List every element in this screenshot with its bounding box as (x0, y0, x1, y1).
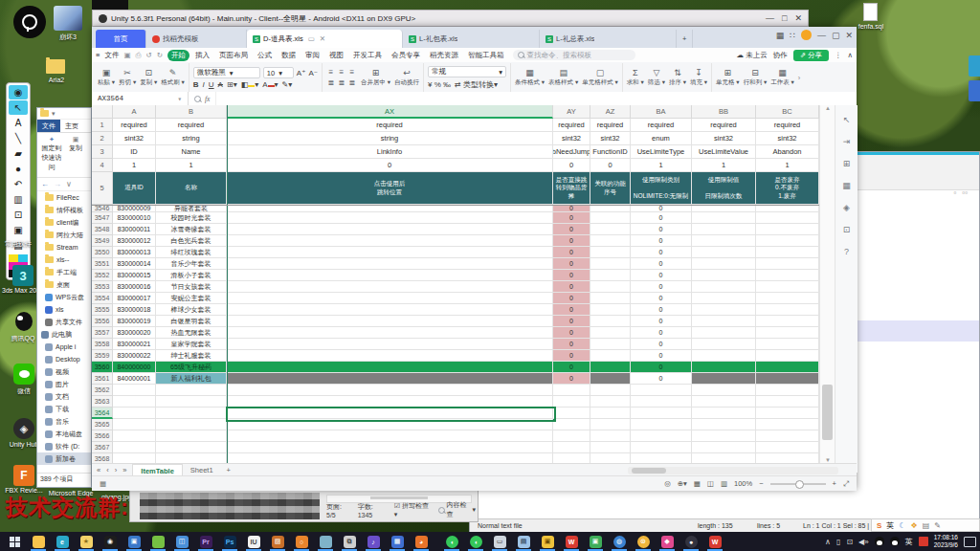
tray-app-icon[interactable] (919, 537, 928, 546)
ime-tools-icon[interactable]: ✎ (934, 521, 941, 530)
save-icon[interactable]: ▣ (123, 51, 130, 59)
apps-grid-icon[interactable]: ∷ (790, 31, 795, 40)
font-size-select[interactable]: 10▾ (263, 67, 294, 78)
next-sheet-icon[interactable]: › (115, 466, 118, 474)
number-format-select[interactable]: 常规▾ (428, 66, 506, 77)
window-mode-icon[interactable]: ▦ (776, 31, 785, 40)
taskbar-coin-app-icon[interactable]: ⊙ (635, 534, 652, 549)
font-name-select[interactable]: 微软雅黑▾ (193, 67, 260, 78)
qq-icon[interactable] (15, 312, 33, 331)
horizontal-scrollbar[interactable] (628, 467, 838, 474)
zoom-level[interactable]: 100% (734, 479, 752, 488)
pc-item-0[interactable]: Apple i (37, 341, 91, 353)
style-单元格样式[interactable]: ▢单元格样式 ▾ (582, 69, 618, 87)
ribbon-tab-审阅[interactable]: 审阅 (301, 50, 323, 61)
screen-tool-icon[interactable]: ⊡ (9, 208, 28, 222)
prev-sheet-icon[interactable]: ‹ (106, 466, 109, 474)
annotation-palette[interactable]: ◉↖A╲▰●↶▥⊡▣▤ (6, 82, 31, 280)
taskbar-unity-icon[interactable]: ◉ (101, 534, 119, 549)
taskbar-star-icon[interactable]: ★ (78, 534, 95, 549)
action-center-icon[interactable] (964, 537, 976, 547)
sidebar-collapse-icon[interactable]: ⊡ (843, 225, 851, 234)
hscroll-thumb[interactable] (632, 468, 666, 474)
eraser-tool-icon[interactable]: ▰ (9, 146, 28, 161)
more-menu-icon[interactable]: ⋮ (835, 51, 842, 59)
fenfa-sql-icon[interactable] (863, 3, 878, 21)
hamburger-icon[interactable]: ≡ (96, 51, 100, 59)
format-paint-icon[interactable]: ✎▾ (282, 80, 293, 89)
vscroll-thumb[interactable] (822, 385, 833, 440)
wps-minimize-button[interactable]: — (817, 31, 826, 40)
pc-item-4[interactable]: 文档 (37, 390, 91, 403)
pc-item-3[interactable]: 图片 (37, 378, 91, 390)
panes-icon[interactable]: ⊞ (843, 159, 851, 168)
sheet-grid[interactable]: ABAXAYAZBABBBC1requiredrequiredrequiredr… (92, 105, 819, 463)
font-color-button[interactable]: A▾ (262, 80, 278, 89)
taskbar-vm-icon[interactable]: ▣ (125, 534, 143, 549)
doc-tab-0[interactable]: 首页 (96, 30, 146, 48)
trash-tool-icon[interactable]: ▥ (9, 192, 28, 207)
print-icon[interactable]: ⎙ (135, 51, 141, 60)
unityhub-icon[interactable]: ◈ (13, 418, 34, 439)
tab-pin-icon[interactable]: ▭ (308, 34, 315, 43)
taskbar-music-icon[interactable]: ♪ (365, 534, 382, 549)
taskbar-contacts-icon[interactable]: ◫ (173, 534, 190, 549)
ime-moon-icon[interactable]: ☾ (899, 521, 905, 530)
cells-单元格[interactable]: ⊞单元格 ▾ (716, 69, 740, 87)
quick-access-0[interactable]: FileRec (37, 191, 91, 204)
bh3-icon[interactable] (54, 6, 82, 31)
edit-排序[interactable]: ⇅排序 ▾ (669, 69, 686, 87)
cloud-status[interactable]: ☁ 未上云 (737, 51, 768, 60)
first-sheet-icon[interactable]: « (97, 466, 100, 474)
explorer-nav[interactable]: ←→∨ (37, 178, 91, 191)
align-icons[interactable]: ≡≡≡≣≣≣ (326, 68, 357, 88)
edit-填充[interactable]: ↧填充 ▾ (690, 69, 707, 87)
undo-tool-icon[interactable]: ↶ (9, 177, 28, 191)
quick-access-3[interactable]: 阿拉大陆 (37, 229, 91, 241)
ribbon-tab-页面布局[interactable]: 页面布局 (215, 50, 252, 61)
selected-cell-box[interactable] (226, 407, 556, 422)
currency-icon[interactable]: ¥ % ‰ (428, 80, 451, 89)
unity-maximize-button[interactable]: □ (782, 13, 787, 23)
taskbar-wps2-icon[interactable]: W (706, 534, 724, 549)
notepad-toolbar-icons[interactable]: ▫▫▫ (953, 188, 968, 197)
unity-close-button[interactable]: ✕ (794, 13, 802, 23)
taskbar-premiere-icon[interactable]: Pr (197, 534, 214, 549)
taskbar-dark-app-icon[interactable]: ● (682, 534, 700, 549)
undo-icon[interactable]: ↺ (145, 51, 151, 59)
text-tool-icon[interactable]: A (9, 116, 28, 130)
wechat-icon[interactable] (13, 364, 34, 385)
taskbar-calc-icon[interactable]: ▦ (389, 534, 406, 549)
view-normal-icon[interactable]: ▦ (694, 479, 701, 488)
collapse-ribbon-icon[interactable]: ∧ (848, 51, 854, 59)
taskbar-avatar-icon[interactable] (317, 534, 334, 549)
explorer-tab-file[interactable]: 文件 (37, 120, 60, 132)
formula-search-icon[interactable] (194, 96, 201, 102)
quick-access-7[interactable]: 桌面 (37, 278, 91, 291)
shrink-font-icon[interactable]: A⁻ (308, 67, 318, 78)
assistant-icon[interactable]: ◈ (843, 203, 850, 212)
taskbar-photoshop-icon[interactable]: Ps (221, 534, 238, 549)
aria2-icon[interactable] (46, 59, 65, 74)
volume-icon[interactable]: ◀» (858, 538, 869, 546)
file-menu[interactable]: 文件 (104, 51, 119, 60)
start-button[interactable] (10, 537, 20, 547)
account-avatar[interactable] (801, 30, 812, 40)
borders-button[interactable]: ⊞▾ (227, 80, 237, 89)
taskbar-game-icon[interactable]: ▨ (269, 534, 286, 549)
view-pagebreak-icon[interactable]: ◫ (707, 479, 714, 488)
quick-access-2[interactable]: client编 (37, 216, 91, 229)
edit-筛选[interactable]: ▽筛选 ▾ (648, 69, 665, 87)
pc-item-1[interactable]: Desktop (37, 353, 91, 365)
taskbar-start-icon[interactable] (6, 534, 23, 549)
zoom-out-icon[interactable]: − (759, 479, 763, 488)
fx-icon[interactable]: fx (205, 95, 210, 103)
zoom-slider[interactable] (770, 483, 826, 485)
explorer-tab-home[interactable]: 主页 (60, 120, 83, 132)
pc-item-6[interactable]: 音乐 (37, 415, 91, 428)
add-sheet-button[interactable]: + (227, 466, 231, 474)
pc-item-7[interactable]: 本地磁盘 (37, 428, 91, 440)
cursor-tool-icon[interactable]: ↖ (9, 100, 28, 115)
quick-access-6[interactable]: 手工端 (37, 266, 91, 278)
unity-titlebar[interactable]: Unity 5.6.3f1 Personal (64bit) - Main.un… (92, 10, 809, 27)
